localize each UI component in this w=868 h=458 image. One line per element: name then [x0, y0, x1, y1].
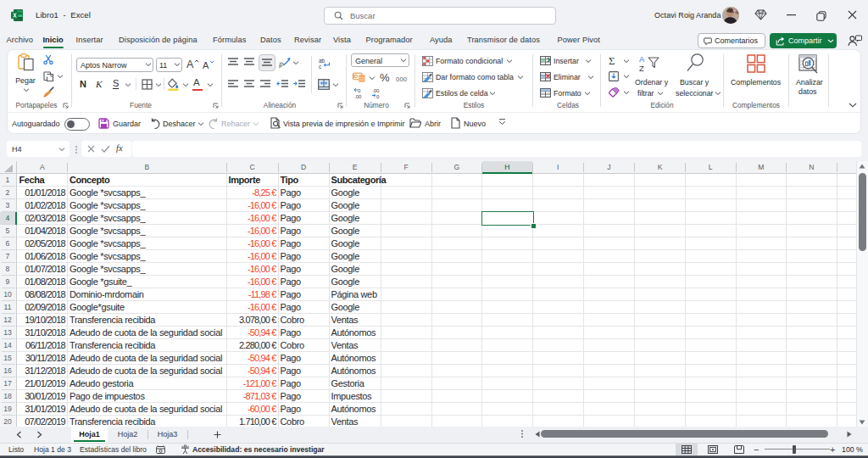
svg-text:Z: Z [639, 64, 644, 73]
svg-text:0: 0 [376, 94, 380, 99]
svg-text:ab: ab [279, 60, 285, 68]
svg-text:A: A [639, 54, 645, 64]
svg-text:0: 0 [358, 88, 361, 93]
svg-text:c: c [319, 64, 322, 70]
svg-text:.00: .00 [354, 94, 362, 99]
svg-text:.00: .00 [372, 88, 380, 93]
